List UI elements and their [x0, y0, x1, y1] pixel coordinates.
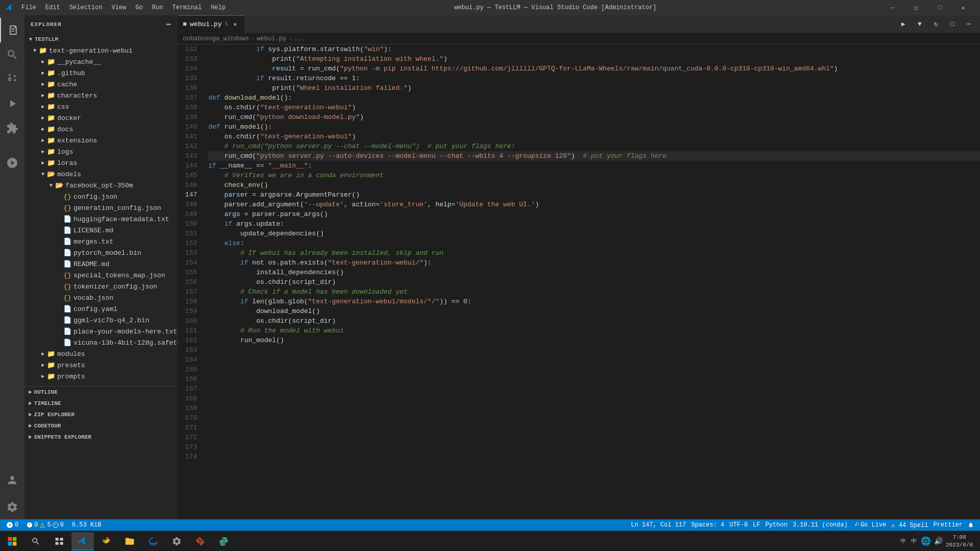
- tree-item-pytorch[interactable]: ► 📄 pytorch_model.bin: [25, 247, 178, 258]
- activity-accounts[interactable]: [0, 468, 25, 492]
- run-dropdown-button[interactable]: ▼: [913, 17, 927, 31]
- tree-item-pycache[interactable]: ► 📁 __pycache__: [25, 56, 178, 67]
- menu-edit[interactable]: Edit: [41, 3, 64, 12]
- section-zip-explorer[interactable]: ► ZIP EXPLORER: [25, 409, 178, 420]
- tree-item-github[interactable]: ► 📁 .github: [25, 67, 178, 79]
- tree-item-readme[interactable]: ► 📄 README.md: [25, 258, 178, 270]
- run-button[interactable]: ▶: [896, 17, 911, 31]
- tree-item-tokenizer-config[interactable]: ► {} tokenizer_config.json: [25, 281, 178, 292]
- activity-search[interactable]: [0, 42, 25, 67]
- tab-webui[interactable]: ■ webui.py 5 ✕: [178, 15, 245, 33]
- status-interpreter[interactable]: 3.10.11 (conda): [791, 521, 850, 529]
- tree-item-vocab[interactable]: ► {} vocab.json: [25, 292, 178, 303]
- tree-item-ggml[interactable]: ► 📄 ggml-vic7b-q4_2.bin: [25, 315, 178, 326]
- tree-item-docker[interactable]: ► 📁 docker: [25, 112, 178, 124]
- tree-item-presets[interactable]: ► 📁 presets: [25, 360, 178, 371]
- taskbar-vscode[interactable]: [71, 532, 94, 550]
- tree-item-extensions[interactable]: ► 📁 extensions: [25, 135, 178, 146]
- tree-item-license[interactable]: ► 📄 LICENSE.md: [25, 225, 178, 236]
- status-errors[interactable]: 0 5 0: [25, 521, 66, 529]
- taskbar-clock[interactable]: 7:08 2023/6/6: [946, 534, 973, 548]
- taskbar-python[interactable]: [212, 532, 235, 550]
- status-bar: 0 0 5 0 6.53 KiB Ln 147, Col 117 Spaces:…: [0, 519, 980, 531]
- menu-go[interactable]: Go: [131, 3, 147, 12]
- tree-item-modules[interactable]: ► 📁 modules: [25, 348, 178, 360]
- tree-item-merges[interactable]: ► 📄 merges.txt: [25, 236, 178, 247]
- tray-volume-icon[interactable]: 🔊: [933, 536, 944, 546]
- section-snippets[interactable]: ► SNIPPETS EXPLORER: [25, 432, 178, 443]
- status-language[interactable]: Python: [763, 521, 790, 529]
- tree-root[interactable]: ▼ TESTLLM: [25, 34, 178, 45]
- tree-item-vicuna[interactable]: ► 📄 vicuna-13b-4bit-128g.safetensors: [25, 337, 178, 348]
- section-outline[interactable]: ► OUTLINE: [25, 387, 178, 398]
- tree-item-hf-metadata[interactable]: ► 📄 huggingface-metadata.txt: [25, 213, 178, 225]
- tab-close-button[interactable]: ✕: [231, 20, 239, 29]
- breadcrumb-part-1[interactable]: oobaboonga_windows: [183, 35, 249, 42]
- status-notifications[interactable]: [966, 522, 976, 528]
- more-actions-button[interactable]: ⋯: [962, 17, 976, 31]
- split-editor-button[interactable]: □: [945, 17, 960, 31]
- section-codetour[interactable]: ► CODETOUR: [25, 420, 178, 432]
- menu-help[interactable]: Help: [207, 3, 230, 12]
- tree-item-loras[interactable]: ► 📁 loras: [25, 157, 178, 169]
- tree-item-facebook[interactable]: ▼ 📂 facebook_opt-350m: [25, 180, 178, 191]
- tray-ime[interactable]: 中: [909, 536, 919, 546]
- tree-item-cache[interactable]: ► 📁 cache: [25, 79, 178, 90]
- file-label: place-your-models-here.txt: [74, 328, 177, 336]
- tree-item-docs[interactable]: ► 📁 docs: [25, 124, 178, 135]
- tree-item-generation-config[interactable]: ► {} generation_config.json: [25, 202, 178, 213]
- menu-view[interactable]: View: [107, 3, 130, 12]
- activity-explorer[interactable]: [0, 18, 25, 42]
- menu-terminal[interactable]: Terminal: [168, 3, 206, 12]
- status-remote[interactable]: 0: [4, 521, 20, 529]
- taskbar-git[interactable]: [189, 532, 211, 550]
- tree-item-prompts[interactable]: ► 📁 prompts: [25, 371, 178, 382]
- taskbar-chrome[interactable]: [95, 532, 117, 550]
- more-options-icon[interactable]: ⋯: [166, 19, 172, 30]
- tray-lang[interactable]: 中: [898, 536, 908, 546]
- close-button[interactable]: ✕: [951, 0, 975, 15]
- tree-item-place-models[interactable]: ► 📄 place-your-models-here.txt: [25, 326, 178, 337]
- start-button[interactable]: [2, 532, 22, 550]
- taskbar-explorer[interactable]: [118, 532, 141, 550]
- tree-item-characters[interactable]: ► 📁 characters: [25, 90, 178, 101]
- taskbar-taskview[interactable]: [48, 532, 70, 550]
- menu-run[interactable]: Run: [148, 3, 168, 12]
- minimize-button[interactable]: —: [881, 0, 904, 15]
- activity-run-debug[interactable]: [0, 91, 25, 116]
- activity-settings[interactable]: [0, 495, 25, 519]
- activity-remote[interactable]: [0, 151, 25, 175]
- section-timeline[interactable]: ► TIMELINE: [25, 398, 178, 409]
- tree-item-models[interactable]: ▼ 📂 models: [25, 169, 178, 180]
- code-area[interactable]: if sys.platform.startswith("win"): print…: [203, 44, 980, 519]
- show-desktop-button[interactable]: [975, 532, 978, 550]
- status-golive[interactable]: Go Live: [851, 521, 888, 529]
- taskbar-search[interactable]: [25, 532, 47, 550]
- activity-extensions[interactable]: [0, 116, 25, 140]
- tree-item-config-json[interactable]: ► {} config.json: [25, 191, 178, 202]
- taskbar-edge[interactable]: [142, 532, 164, 550]
- tree-item-config-yaml[interactable]: ► 📄 config.yaml: [25, 303, 178, 315]
- menu-file[interactable]: File: [17, 3, 40, 12]
- status-filesize[interactable]: 6.53 KiB: [70, 521, 104, 529]
- tree-item-logs[interactable]: ► 📁 logs: [25, 146, 178, 157]
- menu-selection[interactable]: Selection: [65, 3, 107, 12]
- status-spell[interactable]: ⚠ 44 Spell: [889, 521, 930, 529]
- spacer: ►: [55, 193, 63, 201]
- status-prettier[interactable]: Prettier: [931, 521, 965, 529]
- refresh-button[interactable]: ↻: [929, 17, 943, 31]
- status-encoding[interactable]: UTF-8: [727, 521, 750, 529]
- maximize-button[interactable]: □: [928, 0, 951, 15]
- tree-item-css[interactable]: ► 📁 css: [25, 101, 178, 112]
- status-spaces[interactable]: Spaces: 4: [689, 521, 726, 529]
- taskbar-app-settings[interactable]: [165, 532, 188, 550]
- breadcrumb-part-2[interactable]: webui.py: [257, 35, 286, 42]
- restore-button[interactable]: ◻: [904, 0, 928, 15]
- tray-network-icon[interactable]: 🌐: [920, 535, 932, 547]
- arrow-icon: ►: [39, 91, 47, 100]
- tree-item-special-tokens[interactable]: ► {} special_tokens_map.json: [25, 270, 178, 281]
- status-eol[interactable]: LF: [751, 521, 762, 529]
- status-position[interactable]: Ln 147, Col 117: [629, 521, 688, 529]
- tree-item-text-generation-webui[interactable]: ▼ 📁 text-generation-webui: [25, 45, 178, 56]
- activity-source-control[interactable]: [0, 67, 25, 91]
